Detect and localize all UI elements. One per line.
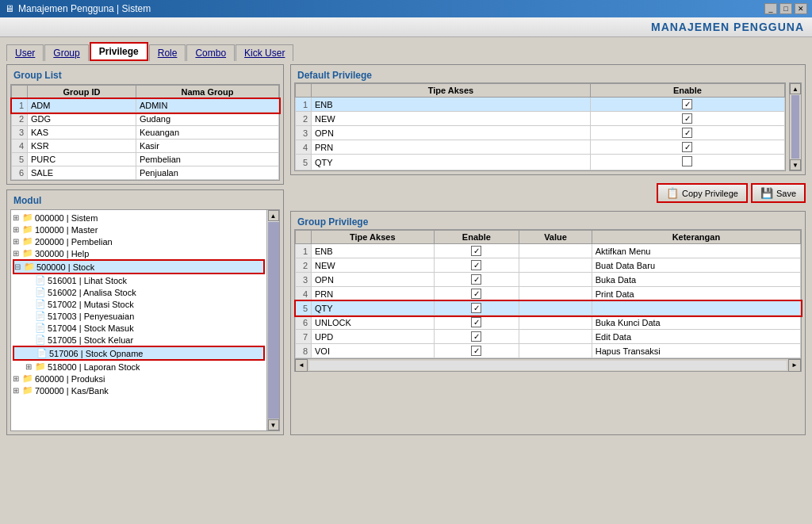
group-row-name: Keuangan	[136, 126, 278, 140]
tree-item[interactable]: ⊞ 📁 600000 | Produksi	[13, 373, 265, 384]
close-button[interactable]: ✕	[795, 3, 807, 14]
copy-privilege-button[interactable]: 📋 Copy Privilege	[657, 183, 748, 203]
tree-item[interactable]: 📄 517006 | Stock Opname	[13, 346, 265, 361]
dp-checkbox[interactable]	[682, 156, 692, 166]
gp-row-enable[interactable]	[434, 344, 519, 358]
tree-area[interactable]: ⊞ 📁 000000 | Sistem ⊞ 📁 100000 | Master …	[11, 210, 266, 430]
tree-item[interactable]: ⊞ 📁 300000 | Help	[13, 247, 265, 259]
gp-checkbox[interactable]	[471, 246, 481, 256]
tree-expand-icon[interactable]: ⊟	[14, 262, 24, 271]
tree-item[interactable]: 📄 517005 | Stock Keluar	[13, 334, 265, 346]
default-privilege-scrollbar[interactable]: ▲ ▼	[789, 82, 802, 171]
group-privilege-row[interactable]: 2 NEW Buat Data Baru	[296, 258, 801, 273]
dp-scroll-down[interactable]: ▼	[790, 159, 801, 170]
tree-item[interactable]: ⊟ 📁 500000 | Stock	[13, 259, 265, 274]
scroll-up-arrow[interactable]: ▲	[268, 210, 279, 221]
restore-button[interactable]: □	[779, 3, 792, 14]
group-list-row[interactable]: 2 GDG Gudang	[12, 113, 279, 126]
tree-expand-icon[interactable]: ⊞	[25, 362, 35, 371]
tree-item[interactable]: 📄 517003 | Penyesuaian	[13, 310, 265, 322]
tab-kick-user[interactable]: Kick User	[236, 44, 293, 61]
gp-checkbox[interactable]	[471, 346, 481, 356]
gp-checkbox[interactable]	[471, 303, 481, 313]
dp-checkbox[interactable]	[682, 99, 692, 109]
tree-expand-icon[interactable]: ⊞	[13, 225, 22, 234]
tab-privilege[interactable]: Privilege	[90, 42, 148, 61]
dp-checkbox[interactable]	[682, 113, 692, 124]
group-list-row[interactable]: 5 PURC Pembelian	[12, 153, 279, 166]
tree-item[interactable]: ⊞ 📁 000000 | Sistem	[13, 212, 265, 224]
gp-checkbox[interactable]	[471, 289, 481, 299]
dp-scroll-thumb[interactable]	[791, 95, 799, 159]
tab-user[interactable]: User	[6, 44, 44, 61]
gp-row-keterangan: Buka Data	[592, 273, 800, 287]
group-privilege-row[interactable]: 5 QTY	[296, 301, 801, 316]
group-list-row[interactable]: 1 ADM ADMIN	[12, 99, 279, 113]
tab-role[interactable]: Role	[149, 44, 186, 61]
group-list-row[interactable]: 6 SALE Penjualan	[12, 166, 279, 180]
gp-row-enable[interactable]	[434, 316, 519, 330]
tree-expand-icon[interactable]: ⊞	[13, 237, 22, 246]
scroll-down-arrow[interactable]: ▼	[268, 419, 279, 430]
tree-item-label: 517003 | Penyesuaian	[48, 312, 134, 321]
tree-item[interactable]: ⊞ 📁 700000 | Kas/Bank	[13, 384, 265, 396]
save-button[interactable]: 💾 Save	[751, 183, 806, 203]
group-list-row[interactable]: 4 KSR Kasir	[12, 140, 279, 153]
gp-checkbox[interactable]	[471, 274, 481, 285]
default-privilege-row[interactable]: 3 OPN	[296, 126, 785, 140]
gp-row-num: 8	[296, 344, 312, 358]
group-privilege-row[interactable]: 4 PRN Print Data	[296, 287, 801, 301]
h-scroll-track[interactable]	[309, 361, 787, 370]
tree-item[interactable]: 📄 516002 | Analisa Stock	[13, 286, 265, 298]
group-priv-h-scrollbar[interactable]: ◄ ►	[295, 358, 801, 371]
minimize-button[interactable]: _	[764, 3, 777, 14]
gp-row-num: 2	[296, 258, 312, 273]
modul-scrollbar[interactable]: ▲ ▼	[266, 210, 279, 430]
scroll-thumb[interactable]	[268, 222, 279, 419]
dp-scroll-up[interactable]: ▲	[790, 83, 801, 94]
gp-row-enable[interactable]	[434, 244, 519, 258]
default-privilege-row[interactable]: 1 ENB	[296, 98, 785, 112]
group-privilege-row[interactable]: 3 OPN Buka Data	[296, 273, 801, 287]
gp-row-enable[interactable]	[434, 287, 519, 301]
tree-item[interactable]: ⊞ 📁 100000 | Master	[13, 224, 265, 235]
gp-checkbox[interactable]	[471, 331, 481, 342]
tree-item[interactable]: ⊞ 📁 518000 | Laporan Stock	[13, 361, 265, 373]
group-privilege-row[interactable]: 1 ENB Aktifkan Menu	[296, 244, 801, 258]
tree-item[interactable]: 📄 517002 | Mutasi Stock	[13, 298, 265, 310]
tree-expand-icon[interactable]: ⊞	[13, 386, 22, 395]
group-privilege-row[interactable]: 7 UPD Edit Data	[296, 330, 801, 344]
dp-row-enable[interactable]	[590, 112, 784, 126]
h-scroll-right[interactable]: ►	[788, 359, 801, 372]
group-privilege-row[interactable]: 6 UNLOCK Buka Kunci Data	[296, 316, 801, 330]
tree-expand-icon[interactable]: ⊞	[13, 374, 22, 383]
tree-item[interactable]: ⊞ 📁 200000 | Pembelian	[13, 235, 265, 247]
gp-row-enable[interactable]	[434, 301, 519, 316]
group-privilege-row[interactable]: 8 VOI Hapus Transaksi	[296, 344, 801, 358]
modul-section: Modul ⊞ 📁 000000 | Sistem ⊞ 📁 100000 | M…	[6, 189, 284, 435]
gp-row-enable[interactable]	[434, 258, 519, 273]
dp-checkbox[interactable]	[682, 128, 692, 138]
group-list-row[interactable]: 3 KAS Keuangan	[12, 126, 279, 140]
h-scroll-left[interactable]: ◄	[295, 359, 308, 372]
dp-row-enable[interactable]	[590, 155, 784, 170]
tree-item[interactable]: 📄 517004 | Stock Masuk	[13, 322, 265, 334]
tab-combo[interactable]: Combo	[186, 44, 235, 61]
default-privilege-row[interactable]: 2 NEW	[296, 112, 785, 126]
tab-group[interactable]: Group	[44, 44, 88, 61]
tree-expand-icon[interactable]: ⊞	[13, 213, 22, 222]
dp-row-enable[interactable]	[590, 98, 784, 112]
dp-col-enable: Enable	[590, 84, 784, 98]
gp-checkbox[interactable]	[471, 317, 481, 327]
default-privilege-row[interactable]: 4 PRN	[296, 140, 785, 155]
gp-row-enable[interactable]	[434, 273, 519, 287]
dp-checkbox[interactable]	[682, 142, 692, 152]
dp-row-enable[interactable]	[590, 126, 784, 140]
gp-checkbox[interactable]	[471, 260, 481, 270]
tree-node-icon: 📁	[22, 248, 33, 258]
gp-row-enable[interactable]	[434, 330, 519, 344]
dp-row-enable[interactable]	[590, 140, 784, 155]
tree-expand-icon[interactable]: ⊞	[13, 249, 22, 258]
tree-item[interactable]: 📄 516001 | Lihat Stock	[13, 274, 265, 286]
default-privilege-row[interactable]: 5 QTY	[296, 155, 785, 170]
